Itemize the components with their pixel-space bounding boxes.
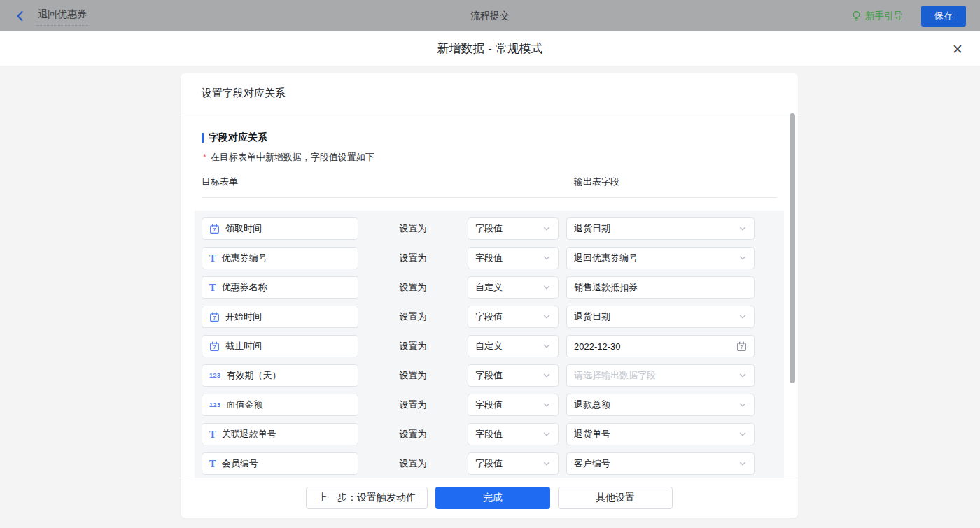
- other-settings-button[interactable]: 其他设置: [558, 487, 673, 509]
- custom-value-text: 销售退款抵扣券: [574, 281, 747, 294]
- set-as-label: 设置为: [358, 457, 468, 470]
- chevron-down-icon: [738, 224, 747, 233]
- mapping-row: 7领取时间设置为字段值退货日期: [202, 217, 777, 240]
- target-field-label: 截止时间: [225, 340, 262, 352]
- target-field-input[interactable]: T会员编号: [202, 452, 358, 475]
- output-field-text: 客户编号: [574, 457, 738, 470]
- target-field-label: 优惠券名称: [222, 281, 267, 294]
- card-footer: 上一步：设置触发动作 完成 其他设置: [181, 478, 798, 518]
- set-as-label: 设置为: [358, 399, 468, 411]
- output-field-text: 退回优惠券编号: [574, 252, 738, 264]
- target-field-label: 优惠券编号: [222, 252, 267, 264]
- svg-text:7: 7: [214, 315, 216, 320]
- chevron-down-icon: [738, 371, 747, 380]
- required-mark: *: [203, 152, 206, 162]
- value-type-text: 字段值: [475, 369, 542, 382]
- save-button[interactable]: 保存: [921, 6, 966, 27]
- modal-title: 新增数据 - 常规模式: [437, 41, 542, 57]
- card-scroll-area: 字段对应关系 *在目标表单中新增数据，字段值设置如下 目标表单 输出表字段 7领…: [181, 113, 798, 478]
- output-field-select[interactable]: 退货日期: [566, 217, 755, 240]
- target-field-input[interactable]: T优惠券编号: [202, 247, 358, 269]
- output-field-select[interactable]: 退回优惠券编号: [566, 247, 755, 269]
- value-type-select[interactable]: 自定义: [468, 335, 559, 357]
- value-type-select[interactable]: 字段值: [468, 217, 559, 240]
- chevron-down-icon: [542, 430, 551, 438]
- card-header-title: 设置字段对应关系: [181, 73, 798, 113]
- mapping-row: 123面值金额设置为字段值退款总额: [202, 394, 777, 416]
- output-field-select[interactable]: 退款总额: [566, 394, 755, 416]
- value-type-select[interactable]: 字段值: [468, 247, 559, 269]
- modal-header: 新增数据 - 常规模式 ✕: [0, 31, 980, 66]
- col-header-target-form: 目标表单: [202, 176, 574, 188]
- mapping-row: 7开始时间设置为字段值退货日期: [202, 306, 777, 328]
- modal-body: 设置字段对应关系 字段对应关系 *在目标表单中新增数据，字段值设置如下 目标表单…: [0, 66, 980, 528]
- value-type-select[interactable]: 字段值: [468, 452, 559, 475]
- output-field-placeholder: 请选择输出数据字段: [574, 369, 738, 382]
- chevron-down-icon: [542, 224, 551, 233]
- value-type-select[interactable]: 自定义: [468, 276, 559, 299]
- date-field-icon: 7: [209, 312, 220, 322]
- chevron-down-icon: [738, 459, 747, 468]
- value-type-select[interactable]: 字段值: [468, 394, 559, 416]
- value-type-text: 字段值: [475, 457, 542, 470]
- value-type-select[interactable]: 字段值: [468, 364, 559, 387]
- output-field-select[interactable]: 客户编号: [566, 452, 755, 475]
- calendar-icon: 7: [736, 341, 747, 352]
- chevron-down-icon: [738, 430, 747, 438]
- mapping-row: T关联退款单号设置为字段值退货单号: [202, 423, 777, 445]
- chevron-down-icon: [542, 342, 551, 350]
- output-field-text: 退货日期: [574, 222, 738, 235]
- custom-value-input[interactable]: 销售退款抵扣券: [566, 276, 755, 299]
- chevron-down-icon: [542, 283, 551, 292]
- mapping-row: T优惠券编号设置为字段值退回优惠券编号: [202, 247, 777, 269]
- chevron-down-icon: [738, 254, 747, 262]
- target-field-label: 领取时间: [225, 222, 262, 235]
- text-field-icon: T: [209, 283, 216, 292]
- value-type-select[interactable]: 字段值: [468, 306, 559, 328]
- custom-date-input[interactable]: 2022-12-307: [566, 335, 755, 357]
- top-bar: 退回优惠券 流程提交 新手引导 保存: [0, 0, 980, 31]
- number-field-icon: 123: [209, 372, 221, 379]
- target-field-input[interactable]: 7截止时间: [202, 335, 358, 357]
- output-field-text: 退货单号: [574, 428, 738, 441]
- done-button[interactable]: 完成: [435, 487, 550, 509]
- text-field-icon: T: [209, 254, 216, 263]
- date-field-icon: 7: [209, 341, 220, 352]
- value-type-text: 自定义: [475, 281, 542, 294]
- section-title-label: 字段对应关系: [209, 131, 267, 144]
- output-field-select[interactable]: 退货日期: [566, 306, 755, 328]
- svg-text:7: 7: [741, 345, 743, 350]
- target-field-input[interactable]: T优惠券名称: [202, 276, 358, 299]
- value-type-text: 自定义: [475, 340, 542, 352]
- back-icon[interactable]: [14, 10, 27, 22]
- target-field-input[interactable]: 7领取时间: [202, 217, 358, 240]
- svg-text:7: 7: [214, 345, 216, 350]
- chevron-down-icon: [542, 254, 551, 262]
- svg-text:7: 7: [214, 227, 216, 232]
- vertical-scrollbar-thumb[interactable]: [790, 113, 795, 383]
- value-type-text: 字段值: [475, 252, 542, 264]
- newbie-guide-link[interactable]: 新手引导: [851, 10, 903, 22]
- value-type-select[interactable]: 字段值: [468, 423, 559, 445]
- text-field-icon: T: [209, 459, 216, 469]
- set-as-label: 设置为: [358, 340, 468, 352]
- output-field-text: 退款总额: [574, 399, 738, 411]
- prev-step-button[interactable]: 上一步：设置触发动作: [306, 487, 428, 509]
- page-title: 流程提交: [0, 10, 980, 22]
- close-icon[interactable]: ✕: [952, 42, 963, 55]
- target-field-input[interactable]: 7开始时间: [202, 306, 358, 328]
- target-field-input[interactable]: 123面值金额: [202, 394, 358, 416]
- value-type-text: 字段值: [475, 222, 542, 235]
- flow-name[interactable]: 退回优惠券: [36, 6, 88, 26]
- chevron-down-icon: [542, 313, 551, 321]
- field-mapping-card: 设置字段对应关系 字段对应关系 *在目标表单中新增数据，字段值设置如下 目标表单…: [181, 73, 798, 518]
- chevron-down-icon: [738, 401, 747, 409]
- target-field-label: 面值金额: [227, 399, 263, 411]
- output-field-select[interactable]: 退货单号: [566, 423, 755, 445]
- target-field-input[interactable]: T关联退款单号: [202, 423, 358, 445]
- chevron-down-icon: [542, 371, 551, 380]
- target-field-input[interactable]: 123有效期（天）: [202, 364, 358, 387]
- column-headers: 目标表单 输出表字段: [202, 176, 777, 198]
- value-type-text: 字段值: [475, 311, 542, 323]
- output-field-select[interactable]: 请选择输出数据字段: [566, 364, 755, 387]
